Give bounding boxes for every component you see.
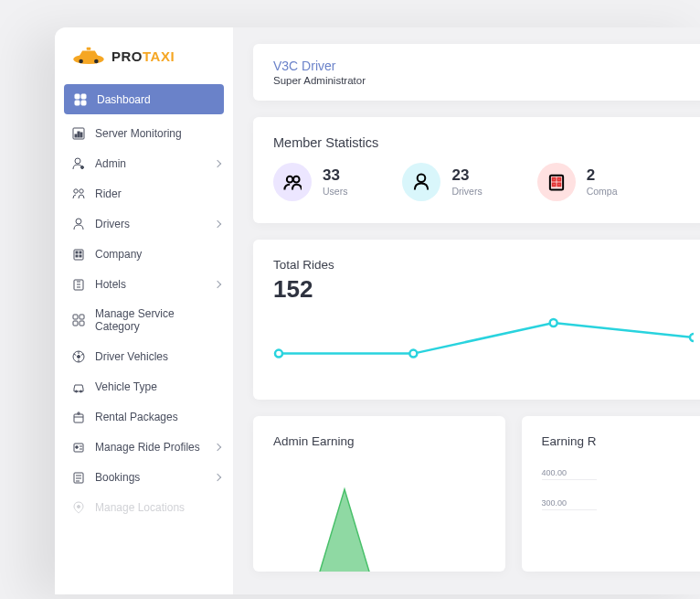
hotel-icon: [71, 277, 85, 291]
sidebar-nav: DashboardServer MonitoringAdminRiderDriv…: [55, 84, 233, 522]
rides-value: 152: [273, 275, 693, 304]
y-tick: 300.00: [542, 498, 597, 510]
box-icon: [71, 410, 85, 423]
user-header-card: V3C Driver Super Administrator: [253, 44, 700, 101]
admin-icon: [71, 156, 85, 170]
sidebar-item-hotels[interactable]: Hotels: [55, 269, 233, 299]
svg-point-3: [94, 59, 99, 64]
svg-point-7: [690, 334, 694, 341]
main-content: V3C Driver Super Administrator Member St…: [233, 27, 700, 594]
stat-compa: 2Compa: [537, 163, 618, 201]
sidebar-item-label: Rental Packages: [95, 411, 178, 423]
sidebar-item-label: Drivers: [95, 218, 130, 230]
sidebar-item-admin[interactable]: Admin: [55, 148, 233, 178]
sidebar-item-label: Bookings: [95, 471, 140, 484]
sidebar-item-label: Server Monitoring: [95, 127, 182, 140]
svg-point-6: [550, 319, 557, 326]
pin-icon: [71, 500, 85, 514]
stat-value: 33: [323, 167, 347, 183]
earning-report-title: Earning R: [542, 434, 693, 448]
svg-point-2: [79, 59, 83, 64]
sidebar-item-manage-service-category[interactable]: Manage Service Category: [55, 299, 233, 341]
sidebar-item-label: Dashboard: [97, 93, 151, 106]
stat-label: Users: [323, 186, 347, 197]
sidebar-item-label: Company: [95, 248, 142, 261]
stats-row: 33Users23Drivers2Compa: [273, 163, 693, 201]
company-icon: [71, 247, 85, 261]
sidebar-item-rider[interactable]: Rider: [55, 178, 233, 209]
sidebar-item-bookings[interactable]: Bookings: [55, 462, 233, 492]
sidebar-item-driver-vehicles[interactable]: Driver Vehicles: [55, 341, 233, 371]
svg-point-4: [275, 350, 282, 358]
sidebar-item-label: Manage Ride Profiles: [95, 441, 200, 454]
chevron-right-icon: [214, 473, 221, 480]
stat-label: Drivers: [451, 186, 482, 197]
sidebar: PROTAXI DashboardServer MonitoringAdminR…: [55, 27, 233, 594]
stat-value: 2: [587, 167, 618, 183]
stat-label: Compa: [587, 186, 618, 197]
wheel-icon: [71, 349, 85, 363]
sidebar-item-dashboard[interactable]: Dashboard: [64, 84, 224, 114]
sidebar-item-label: Hotels: [95, 278, 126, 291]
user-role: Super Administrator: [273, 75, 693, 86]
sidebar-item-rental-packages[interactable]: Rental Packages: [55, 401, 233, 432]
app-shell: PROTAXI DashboardServer MonitoringAdminR…: [55, 27, 700, 594]
admin-earning-chart: [253, 480, 436, 572]
svg-rect-1: [87, 48, 91, 50]
rides-title: Total Rides: [273, 258, 693, 272]
sidebar-item-label: Driver Vehicles: [95, 350, 168, 363]
stat-drivers: 23Drivers: [402, 163, 482, 201]
riders-icon: [71, 187, 85, 200]
earning-y-axis: 400.00300.00: [542, 468, 693, 510]
sidebar-item-company[interactable]: Company: [55, 239, 233, 269]
list-icon: [71, 470, 85, 484]
users-icon: [273, 163, 312, 201]
member-stats-card: Member Statistics 33Users23Drivers2Compa: [253, 117, 700, 223]
chevron-right-icon: [214, 280, 221, 287]
driver-icon: [71, 217, 85, 230]
sidebar-item-label: Manage Service Category: [95, 307, 220, 333]
svg-marker-8: [317, 489, 372, 572]
grid-icon: [73, 92, 87, 106]
profile-icon: [71, 440, 85, 454]
sidebar-item-vehicle-type[interactable]: Vehicle Type: [55, 371, 233, 401]
sidebar-item-label: Vehicle Type: [95, 380, 157, 393]
chevron-right-icon: [214, 219, 221, 227]
sidebar-item-manage-ride-profiles[interactable]: Manage Ride Profiles: [55, 432, 233, 462]
user-name: V3C Driver: [273, 59, 693, 73]
total-rides-card: Total Rides 152: [253, 240, 700, 400]
cats-icon: [71, 314, 85, 327]
driver-icon: [402, 163, 440, 201]
sidebar-item-label: Admin: [95, 157, 126, 170]
chevron-right-icon: [214, 443, 221, 450]
sidebar-item-label: Manage Locations: [95, 501, 185, 514]
rides-line-chart: [273, 308, 694, 381]
car-icon: [71, 380, 85, 393]
chart-icon: [71, 126, 85, 140]
brand-text: PROTAXI: [111, 48, 175, 64]
sidebar-item-manage-locations[interactable]: Manage Locations: [55, 492, 233, 522]
chevron-right-icon: [214, 159, 221, 166]
svg-point-5: [409, 350, 417, 358]
stat-users: 33Users: [273, 163, 347, 201]
y-tick: 400.00: [542, 468, 597, 480]
admin-earning-card: Admin Earning: [253, 416, 505, 572]
stat-value: 23: [451, 167, 482, 183]
sidebar-item-label: Rider: [95, 187, 122, 200]
taxi-icon: [71, 44, 106, 68]
earning-report-card: Earning R 400.00300.00: [522, 416, 700, 572]
sidebar-item-drivers[interactable]: Drivers: [55, 209, 233, 239]
brand-logo: PROTAXI: [55, 44, 233, 84]
admin-earning-title: Admin Earning: [273, 434, 485, 448]
earnings-row: Admin Earning Earning R 400.00300.00: [253, 416, 700, 572]
company-icon: [537, 163, 576, 201]
sidebar-item-server-monitoring[interactable]: Server Monitoring: [55, 118, 233, 148]
stats-title: Member Statistics: [273, 135, 693, 150]
